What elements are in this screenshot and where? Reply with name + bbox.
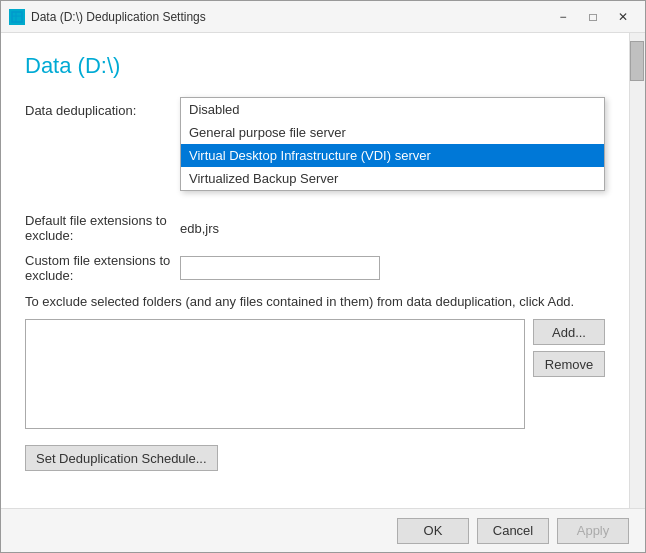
cancel-button[interactable]: Cancel (477, 518, 549, 544)
main-window: Data (D:\) Deduplication Settings − □ ✕ … (0, 0, 646, 553)
window-title: Data (D:\) Deduplication Settings (31, 10, 549, 24)
scrollbar-thumb[interactable] (630, 41, 644, 81)
scrollbar-track[interactable] (629, 33, 645, 508)
folder-listbox[interactable] (25, 319, 525, 429)
dropdown-option-disabled[interactable]: Disabled (181, 98, 604, 121)
custom-extensions-input[interactable] (180, 256, 380, 280)
minimize-button[interactable]: − (549, 6, 577, 28)
close-button[interactable]: ✕ (609, 6, 637, 28)
default-extensions-value: edb,jrs (180, 221, 219, 236)
apply-button[interactable]: Apply (557, 518, 629, 544)
footer: OK Cancel Apply (1, 508, 645, 552)
remove-button[interactable]: Remove (533, 351, 605, 377)
dropdown-option-backup[interactable]: Virtualized Backup Server (181, 167, 604, 190)
default-extensions-label: Default file extensions to exclude: (25, 213, 180, 243)
deduplication-label: Data deduplication: (25, 103, 180, 118)
folder-area-row: Add... Remove (25, 319, 605, 429)
content-area: Data (D:\) Data deduplication: Disabled … (1, 33, 645, 508)
custom-extensions-label: Custom file extensions to exclude: (25, 253, 180, 283)
ok-button[interactable]: OK (397, 518, 469, 544)
maximize-button[interactable]: □ (579, 6, 607, 28)
add-button[interactable]: Add... (533, 319, 605, 345)
folder-buttons: Add... Remove (533, 319, 605, 429)
dropdown-menu: Disabled General purpose file server Vir… (180, 97, 605, 191)
main-content: Data (D:\) Data deduplication: Disabled … (1, 33, 629, 508)
title-bar: Data (D:\) Deduplication Settings − □ ✕ (1, 1, 645, 33)
schedule-button[interactable]: Set Deduplication Schedule... (25, 445, 218, 471)
window-controls: − □ ✕ (549, 6, 637, 28)
deduplication-control: Disabled ▼ Disabled General purpose file… (180, 97, 605, 123)
folder-exclusion-text: To exclude selected folders (and any fil… (25, 293, 605, 311)
dropdown-option-general[interactable]: General purpose file server (181, 121, 604, 144)
window-icon (9, 9, 25, 25)
custom-extensions-row: Custom file extensions to exclude: (25, 253, 605, 283)
page-title: Data (D:\) (25, 53, 605, 79)
svg-rect-0 (12, 12, 22, 22)
dropdown-option-vdi[interactable]: Virtual Desktop Infrastructure (VDI) ser… (181, 144, 604, 167)
deduplication-row: Data deduplication: Disabled ▼ Disabled … (25, 97, 605, 123)
default-extensions-row: Default file extensions to exclude: edb,… (25, 213, 605, 243)
